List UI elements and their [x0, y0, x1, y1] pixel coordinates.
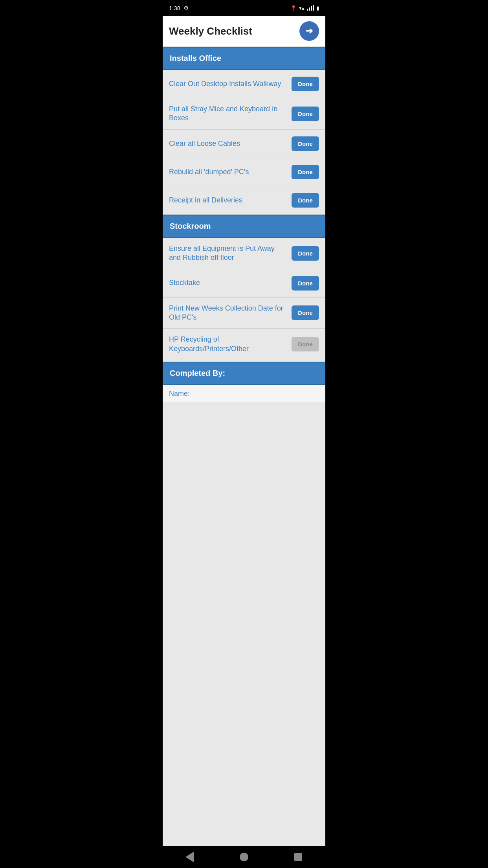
done-button-7[interactable]: Done	[292, 276, 319, 291]
recent-button[interactable]	[286, 849, 310, 850]
status-left: 1:38 ⚙	[169, 4, 189, 11]
list-item: Ensure all Equipment is Put Away and Rub…	[163, 238, 325, 269]
item-text: Clear Out Desktop Installs Walkway	[169, 79, 292, 88]
item-text: Ensure all Equipment is Put Away and Rub…	[169, 244, 292, 263]
list-item: Stocktake Done	[163, 269, 325, 298]
list-item: Rebuild all 'dumped' PC's Done	[163, 158, 325, 186]
section-title-completed: Completed By:	[170, 369, 225, 377]
item-text: HP Recycling of Keyboards/Printers/Other	[169, 335, 292, 353]
name-field-container: Name:	[163, 385, 325, 403]
list-item: Print New Weeks Collection Date for Old …	[163, 298, 325, 329]
page-title: Weekly Checklist	[169, 25, 252, 37]
item-text: Put all Stray Mice and Keyboard in Boxes	[169, 105, 292, 123]
item-text: Receipt in all Deliveries	[169, 196, 292, 205]
section-stockroom: Stockroom	[163, 215, 325, 238]
section-title-installs: Installs Office	[170, 54, 221, 63]
item-text: Clear all Loose Cables	[169, 139, 292, 148]
list-item: Clear Out Desktop Installs Walkway Done	[163, 70, 325, 98]
status-right: 📍 ▾▴ ▮	[290, 5, 319, 11]
wifi-icon: ▾▴	[299, 5, 305, 11]
section-installs-office: Installs Office	[163, 47, 325, 70]
done-button-2[interactable]: Done	[292, 107, 319, 121]
status-time: 1:38	[169, 5, 180, 11]
signal-icon	[307, 5, 314, 11]
location-icon: 📍	[290, 5, 297, 11]
app-header: Weekly Checklist ➔	[163, 16, 325, 47]
home-button[interactable]	[232, 849, 256, 850]
battery-icon: ▮	[316, 5, 319, 11]
done-button-9-disabled[interactable]: Done	[292, 337, 319, 351]
done-button-3[interactable]: Done	[292, 136, 319, 151]
back-button[interactable]	[178, 849, 202, 850]
item-text: Stocktake	[169, 278, 292, 287]
checklist-content: Installs Office Clear Out Desktop Instal…	[163, 47, 325, 850]
list-item: Clear all Loose Cables Done	[163, 130, 325, 158]
section-title-stockroom: Stockroom	[170, 222, 211, 230]
item-text: Rebuild all 'dumped' PC's	[169, 167, 292, 177]
status-bar: 1:38 ⚙ 📍 ▾▴ ▮	[163, 0, 325, 16]
done-button-8[interactable]: Done	[292, 305, 319, 320]
nav-bar	[163, 846, 325, 850]
name-field-label: Name:	[169, 390, 190, 397]
done-button-1[interactable]: Done	[292, 77, 319, 91]
gear-icon: ⚙	[183, 4, 189, 11]
list-item: Receipt in all Deliveries Done	[163, 186, 325, 215]
done-button-6[interactable]: Done	[292, 246, 319, 261]
item-text: Print New Weeks Collection Date for Old …	[169, 304, 292, 322]
section-completed-by: Completed By:	[163, 362, 325, 385]
arrow-right-icon: ➔	[306, 26, 313, 36]
done-button-4[interactable]: Done	[292, 165, 319, 179]
done-button-5[interactable]: Done	[292, 193, 319, 208]
list-item: Put all Stray Mice and Keyboard in Boxes…	[163, 98, 325, 130]
next-button[interactable]: ➔	[299, 21, 319, 41]
list-item: HP Recycling of Keyboards/Printers/Other…	[163, 329, 325, 360]
